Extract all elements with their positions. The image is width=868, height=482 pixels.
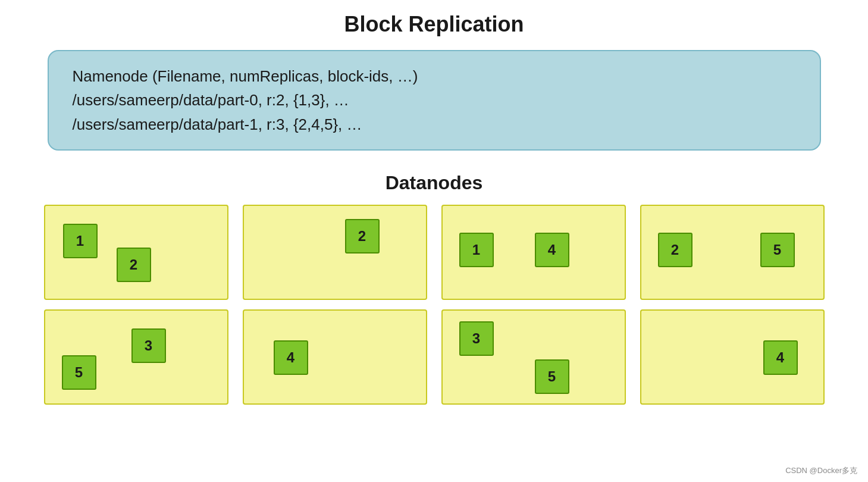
datanode-7: 3 5 <box>441 309 626 405</box>
datanode-2: 2 <box>243 205 427 300</box>
datanodes-section: Datanodes 1 2 2 1 4 2 5 5 <box>36 172 832 405</box>
datanode-4: 2 5 <box>640 205 825 300</box>
watermark: CSDN @Docker多克 <box>785 465 857 476</box>
block-1-dn3: 1 <box>459 233 494 267</box>
datanodes-title: Datanodes <box>386 172 483 194</box>
block-3-dn5: 3 <box>131 328 166 363</box>
block-4-dn8: 4 <box>763 340 798 375</box>
namenode-line2: /users/sameerp/data/part-0, r:2, {1,3}, … <box>73 91 349 109</box>
datanode-6: 4 <box>243 309 427 405</box>
block-4-dn6: 4 <box>274 340 308 375</box>
datanode-1: 1 2 <box>44 205 228 300</box>
block-1-dn1: 1 <box>63 224 98 258</box>
datanode-3: 1 4 <box>441 205 626 300</box>
page-container: Block Replication Namenode (Filename, nu… <box>0 0 868 482</box>
block-2-dn2: 2 <box>345 219 380 253</box>
block-2-dn4: 2 <box>658 233 692 267</box>
block-3-dn7: 3 <box>459 321 494 356</box>
block-4-dn3: 4 <box>535 233 569 267</box>
namenode-box: Namenode (Filename, numReplicas, block-i… <box>48 50 821 151</box>
datanode-8: 4 <box>640 309 825 405</box>
namenode-line1: Namenode (Filename, numReplicas, block-i… <box>73 67 418 85</box>
block-5-dn4: 5 <box>760 233 795 267</box>
namenode-line3: /users/sameerp/data/part-1, r:3, {2,4,5}… <box>73 115 362 133</box>
datanode-5: 5 3 <box>44 309 228 405</box>
block-2-dn1: 2 <box>117 248 151 282</box>
block-5-dn5: 5 <box>62 355 96 390</box>
namenode-text: Namenode (Filename, numReplicas, block-i… <box>73 64 796 136</box>
page-title: Block Replication <box>344 12 524 37</box>
datanodes-grid: 1 2 2 1 4 2 5 5 3 <box>44 205 825 405</box>
block-5-dn7: 5 <box>535 359 569 394</box>
